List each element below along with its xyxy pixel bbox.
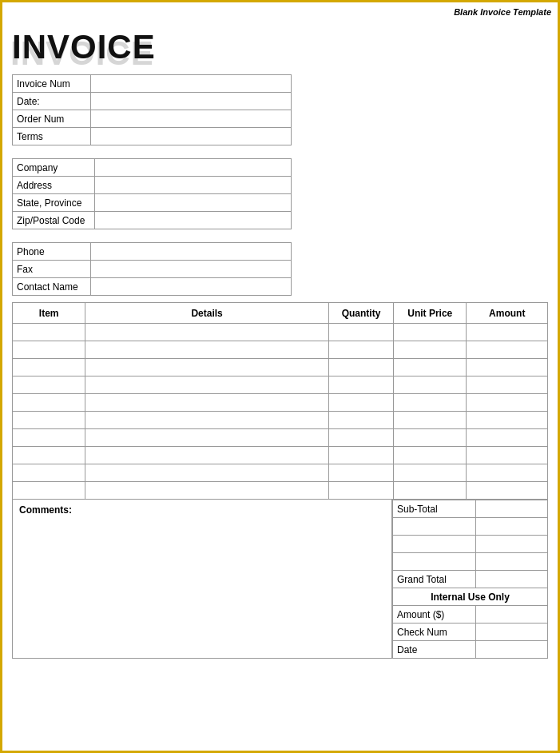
table-row — [13, 482, 548, 500]
row-8-details[interactable] — [85, 464, 329, 482]
row-9-quantity[interactable] — [328, 482, 393, 500]
row-1-unit_price[interactable] — [394, 341, 467, 359]
address-value[interactable] — [95, 177, 292, 194]
terms-value[interactable] — [91, 128, 292, 145]
zip-value[interactable] — [95, 212, 292, 229]
row-5-quantity[interactable] — [328, 412, 393, 429]
row-7-unit_price[interactable] — [394, 447, 467, 464]
row-1-amount[interactable] — [467, 341, 548, 359]
row-6-amount[interactable] — [467, 429, 548, 447]
amount-dollar-value[interactable] — [476, 606, 548, 624]
row-6-details[interactable] — [85, 429, 329, 447]
table-row — [13, 464, 548, 482]
template-label: Blank Invoice Template — [454, 7, 551, 17]
table-row — [13, 447, 548, 464]
extra-value-2[interactable] — [476, 536, 548, 553]
row-3-quantity[interactable] — [328, 376, 393, 394]
row-2-unit_price[interactable] — [394, 359, 467, 376]
row-0-item[interactable] — [13, 324, 85, 341]
fax-row: Fax — [13, 261, 292, 278]
row-3-details[interactable] — [85, 376, 329, 394]
row-0-quantity[interactable] — [328, 324, 393, 341]
row-9-amount[interactable] — [467, 482, 548, 500]
row-1-item[interactable] — [13, 341, 85, 359]
row-6-unit_price[interactable] — [394, 429, 467, 447]
company-value[interactable] — [95, 159, 292, 177]
order-num-row: Order Num — [13, 110, 292, 128]
row-1-details[interactable] — [85, 341, 329, 359]
extra-value-1[interactable] — [476, 518, 548, 536]
row-6-item[interactable] — [13, 429, 85, 447]
row-7-quantity[interactable] — [328, 447, 393, 464]
row-8-quantity[interactable] — [328, 464, 393, 482]
invoice-title: INVOICE — [12, 28, 548, 66]
invoice-num-row: Invoice Num — [13, 75, 292, 93]
zip-row: Zip/Postal Code — [13, 212, 292, 229]
row-9-item[interactable] — [13, 482, 85, 500]
row-4-unit_price[interactable] — [394, 394, 467, 412]
row-8-amount[interactable] — [467, 464, 548, 482]
subtotal-label: Sub-Total — [393, 500, 476, 518]
row-7-details[interactable] — [85, 447, 329, 464]
row-0-amount[interactable] — [467, 324, 548, 341]
row-2-item[interactable] — [13, 359, 85, 376]
totals-table: Sub-Total Grand Total — [392, 500, 548, 659]
extra-label-3 — [393, 553, 476, 571]
unit-price-header: Unit Price — [394, 303, 467, 324]
row-8-item[interactable] — [13, 464, 85, 482]
address-row: Address — [13, 177, 292, 194]
state-value[interactable] — [95, 194, 292, 212]
row-4-quantity[interactable] — [328, 394, 393, 412]
row-5-details[interactable] — [85, 412, 329, 429]
order-num-label: Order Num — [13, 110, 91, 128]
row-0-unit_price[interactable] — [394, 324, 467, 341]
extra-label-1 — [393, 518, 476, 536]
row-8-unit_price[interactable] — [394, 464, 467, 482]
row-5-item[interactable] — [13, 412, 85, 429]
contact-name-value[interactable] — [91, 278, 292, 296]
row-5-unit_price[interactable] — [394, 412, 467, 429]
row-2-quantity[interactable] — [328, 359, 393, 376]
date-label: Date: — [13, 93, 91, 110]
row-2-details[interactable] — [85, 359, 329, 376]
row-5-amount[interactable] — [467, 412, 548, 429]
header-info-table: Invoice Num Date: Order Num Terms — [12, 74, 292, 145]
phone-value[interactable] — [91, 243, 292, 261]
company-label: Company — [13, 159, 95, 177]
invoice-page: Blank Invoice Template INVOICE INVOICE I… — [0, 0, 560, 753]
table-row — [13, 412, 548, 429]
row-0-details[interactable] — [85, 324, 329, 341]
row-7-amount[interactable] — [467, 447, 548, 464]
check-num-value[interactable] — [476, 624, 548, 641]
extra-row-3 — [393, 553, 548, 571]
order-num-value[interactable] — [91, 110, 292, 128]
row-9-details[interactable] — [85, 482, 329, 500]
row-3-unit_price[interactable] — [394, 376, 467, 394]
row-4-details[interactable] — [85, 394, 329, 412]
comments-area[interactable]: Comments: — [12, 500, 392, 659]
grand-total-label: Grand Total — [393, 571, 476, 588]
invoice-num-value[interactable] — [91, 75, 292, 93]
row-3-item[interactable] — [13, 376, 85, 394]
row-9-unit_price[interactable] — [394, 482, 467, 500]
totals-date-value[interactable] — [476, 641, 548, 659]
details-header: Details — [85, 303, 329, 324]
fax-value[interactable] — [91, 261, 292, 278]
row-6-quantity[interactable] — [328, 429, 393, 447]
phone-row: Phone — [13, 243, 292, 261]
row-4-amount[interactable] — [467, 394, 548, 412]
date-value[interactable] — [91, 93, 292, 110]
subtotal-value[interactable] — [476, 500, 548, 518]
grand-total-value[interactable] — [476, 571, 548, 588]
row-2-amount[interactable] — [467, 359, 548, 376]
row-4-item[interactable] — [13, 394, 85, 412]
phone-label: Phone — [13, 243, 91, 261]
row-3-amount[interactable] — [467, 376, 548, 394]
row-7-item[interactable] — [13, 447, 85, 464]
extra-row-1 — [393, 518, 548, 536]
subtotal-row: Sub-Total — [393, 500, 548, 518]
table-row — [13, 429, 548, 447]
row-1-quantity[interactable] — [328, 341, 393, 359]
check-num-row: Check Num — [393, 624, 548, 641]
extra-value-3[interactable] — [476, 553, 548, 571]
